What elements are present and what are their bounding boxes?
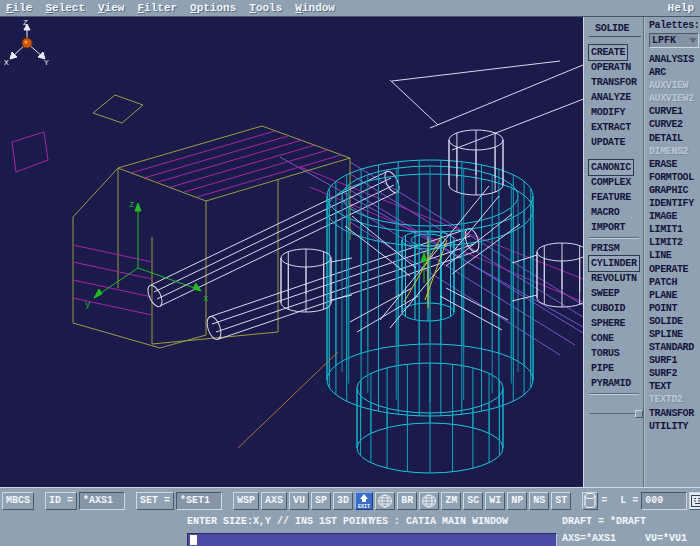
palette-item-point[interactable]: POINT <box>649 302 700 315</box>
toolbar-button-vu[interactable]: VU <box>289 492 309 510</box>
palette-item-spline[interactable]: SPLINE <box>649 328 700 341</box>
svg-text:x: x <box>203 294 208 304</box>
toolbar-label-l: L = <box>619 495 639 506</box>
toolbar-button-st[interactable]: ST <box>551 492 571 510</box>
palette-selector-dropdown[interactable]: LPFK <box>649 33 699 48</box>
palette-item-solide[interactable]: SOLIDE <box>649 315 700 328</box>
menu-item-view[interactable]: View <box>98 2 124 14</box>
cylinder-icon[interactable] <box>582 492 598 510</box>
menu-item-help[interactable]: Help <box>668 2 694 14</box>
toolbar-button-mbcs[interactable]: MBCS <box>2 492 34 510</box>
solide-item-sweep[interactable]: SWEEP <box>589 286 622 301</box>
solide-item-create[interactable]: CREATE <box>589 45 627 60</box>
solide-item-update[interactable]: UPDATE <box>589 135 627 150</box>
boss-top-ribs <box>449 130 503 195</box>
palette-item-standard[interactable]: STANDARD <box>649 341 700 354</box>
solide-item-prism[interactable]: PRISM <box>589 241 622 256</box>
toolbar-label-item: = <box>600 495 608 506</box>
palette-item-curve1[interactable]: CURVE1 <box>649 105 700 118</box>
boss-right-ribs <box>537 243 583 307</box>
svg-text:Y: Y <box>44 58 49 67</box>
palette-item-surf2[interactable]: SURF2 <box>649 367 700 380</box>
palette-item-erase[interactable]: ERASE <box>649 158 700 171</box>
solide-item-pipe[interactable]: PIPE <box>589 361 616 376</box>
palette-item-utility[interactable]: UTILITY <box>649 420 700 433</box>
toolbar-button-set[interactable]: SET = <box>136 492 174 510</box>
catia-window: FileSelectViewFilterOptionsToolsWindow H… <box>0 0 700 546</box>
solide-item-feature[interactable]: FEATURE <box>589 190 633 205</box>
toolbar-field-000[interactable]: 000 <box>641 492 687 510</box>
toolbar-field-axs1[interactable]: *AXS1 <box>79 492 125 510</box>
menu-item-tools[interactable]: Tools <box>249 2 282 14</box>
globe-icon[interactable] <box>419 492 439 510</box>
menu-item-file[interactable]: File <box>6 2 32 14</box>
solide-item-extract[interactable]: EXTRACT <box>589 120 633 135</box>
palette-item-limit2[interactable]: LIMIT2 <box>649 236 700 249</box>
palette-item-graphic[interactable]: GRAPHIC <box>649 184 700 197</box>
toolbar-button-wi[interactable]: WI <box>485 492 505 510</box>
toolbar-button-sc[interactable]: SC <box>463 492 483 510</box>
menu-separator <box>589 237 639 239</box>
toolbar-button-ns[interactable]: NS <box>529 492 549 510</box>
toolbar-button-zm[interactable]: ZM <box>441 492 461 510</box>
solide-item-transfor[interactable]: TRANSFOR <box>589 75 639 90</box>
menu-bar: FileSelectViewFilterOptionsToolsWindow H… <box>0 0 700 17</box>
palette-item-limit1[interactable]: LIMIT1 <box>649 223 700 236</box>
palette-item-surf1[interactable]: SURF1 <box>649 354 700 367</box>
menu-item-select[interactable]: Select <box>45 2 85 14</box>
palette-item-plane[interactable]: PLANE <box>649 289 700 302</box>
palette-item-arc[interactable]: ARC <box>649 66 700 79</box>
palette-item-curve2[interactable]: CURVE2 <box>649 118 700 131</box>
palette-item-formtool[interactable]: FORMTOOL <box>649 171 700 184</box>
solide-item-import[interactable]: IMPORT <box>589 220 627 235</box>
palette-item-dimens2: DIMENS2 <box>649 145 700 158</box>
solide-item-pyramid[interactable]: PYRAMID <box>589 376 633 391</box>
toolbar-button-wsp[interactable]: WSP <box>233 492 259 510</box>
solide-item-sphere[interactable]: SPHERE <box>589 316 627 331</box>
toolbar-button-3d[interactable]: 3D <box>333 492 353 510</box>
svg-text:X: X <box>4 58 9 67</box>
draft-readout: DRAFT = *DRAFT <box>562 516 646 527</box>
plane-patch-magenta <box>12 132 48 172</box>
palette-item-line[interactable]: LINE <box>649 249 700 262</box>
palette-item-patch[interactable]: PATCH <box>649 276 700 289</box>
palette-item-transfor[interactable]: TRANSFOR <box>649 407 700 420</box>
solide-item-macro[interactable]: MACRO <box>589 205 622 220</box>
toolbar-button-np[interactable]: NP <box>507 492 527 510</box>
menu-separator <box>589 393 639 395</box>
palettes-title: Palettes: <box>649 20 700 31</box>
palette-item-text[interactable]: TEXT <box>649 380 700 393</box>
toolbar-button-br[interactable]: BR <box>397 492 417 510</box>
toolbar-button-sp[interactable]: SP <box>311 492 331 510</box>
solide-item-analyze[interactable]: ANALYZE <box>589 90 633 105</box>
palette-item-identify[interactable]: IDENTIFY <box>649 197 700 210</box>
solide-item-operatn[interactable]: OPERATN <box>589 60 633 75</box>
solide-item-torus[interactable]: TORUS <box>589 346 622 361</box>
solide-item-modify[interactable]: MODIFY <box>589 105 627 120</box>
menu-item-options[interactable]: Options <box>190 2 236 14</box>
globe-icon[interactable] <box>375 492 395 510</box>
solide-item-canonic[interactable]: CANONIC <box>589 160 633 175</box>
solide-item-cuboid[interactable]: CUBOID <box>589 301 627 316</box>
toolbar-field-set1[interactable]: *SET1 <box>176 492 222 510</box>
viewport-3d[interactable]: z y x Z X Y <box>0 17 584 487</box>
menu-item-window[interactable]: Window <box>295 2 335 14</box>
keyboard-icon[interactable] <box>689 492 700 510</box>
palette-item-operate[interactable]: OPERATE <box>649 263 700 276</box>
block-stripes <box>73 131 341 315</box>
panel-resize-handle[interactable] <box>589 413 641 414</box>
function-title: SOLIDE <box>589 22 641 37</box>
solide-item-complex[interactable]: COMPLEX <box>589 175 633 190</box>
command-input[interactable] <box>187 533 557 546</box>
solide-item-cylinder[interactable]: CYLINDER <box>589 256 639 271</box>
menu-item-filter[interactable]: Filter <box>137 2 177 14</box>
solide-item-revolutn[interactable]: REVOLUTN <box>589 271 639 286</box>
toolbar-button-axs[interactable]: AXS <box>261 492 287 510</box>
palette-item-detail[interactable]: DETAIL <box>649 132 700 145</box>
toolbar-button-id[interactable]: ID = <box>45 492 77 510</box>
exit-icon[interactable]: EXIT <box>355 492 373 510</box>
palette-item-image[interactable]: IMAGE <box>649 210 700 223</box>
palette-item-analysis[interactable]: ANALYSIS <box>649 53 700 66</box>
solide-item-cone[interactable]: CONE <box>589 331 616 346</box>
palettes-panel: Palettes: LPFK ANALYSISARCAUXVIEWAUXVIEW… <box>643 17 700 487</box>
